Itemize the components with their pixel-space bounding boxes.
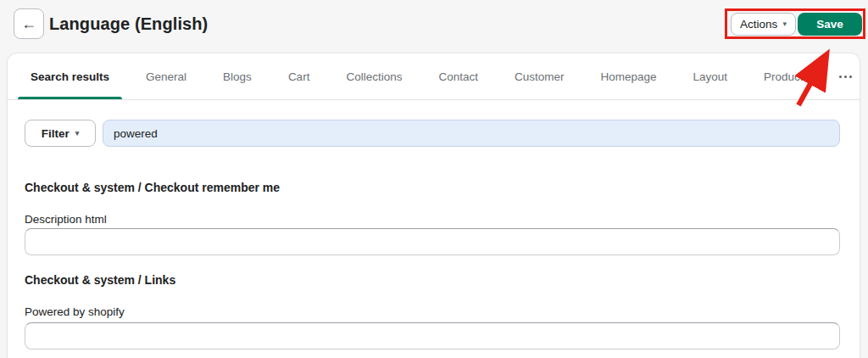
tab-overflow-button[interactable] bbox=[832, 70, 859, 83]
tab-layout[interactable]: Layout bbox=[681, 53, 741, 99]
section-heading-links: Checkout & system / Links bbox=[25, 273, 175, 287]
chevron-down-icon: ▾ bbox=[782, 20, 787, 28]
tab-general[interactable]: General bbox=[133, 53, 199, 99]
actions-button[interactable]: Actions ▾ bbox=[731, 13, 796, 36]
content-card: Search results General Blogs Cart Collec… bbox=[7, 53, 860, 358]
ellipsis-icon bbox=[839, 76, 852, 78]
page-title: Language (English) bbox=[49, 14, 208, 34]
save-button[interactable]: Save bbox=[798, 13, 862, 36]
field-label-description-html: Description html bbox=[25, 213, 107, 226]
powered-by-shopify-input[interactable] bbox=[25, 322, 840, 350]
arrow-left-icon: ← bbox=[21, 16, 36, 31]
tab-search-results[interactable]: Search results bbox=[18, 53, 122, 99]
tab-bar: Search results General Blogs Cart Collec… bbox=[8, 53, 860, 100]
section-heading-checkout-remember-me: Checkout & system / Checkout remember me bbox=[25, 181, 280, 194]
tab-products[interactable]: Products bbox=[751, 53, 821, 99]
filter-button[interactable]: Filter ▾ bbox=[25, 120, 96, 147]
chevron-down-icon: ▾ bbox=[75, 130, 80, 137]
back-button[interactable]: ← bbox=[14, 8, 44, 39]
description-html-input[interactable] bbox=[25, 228, 840, 255]
tab-customer[interactable]: Customer bbox=[502, 53, 577, 99]
filter-row: Filter ▾ bbox=[25, 120, 840, 147]
filter-button-label: Filter bbox=[42, 127, 70, 140]
actions-button-label: Actions bbox=[740, 18, 777, 31]
tab-contact[interactable]: Contact bbox=[426, 53, 491, 99]
tab-homepage[interactable]: Homepage bbox=[587, 53, 669, 99]
tab-collections[interactable]: Collections bbox=[333, 53, 415, 99]
field-label-powered-by-shopify: Powered by shopify bbox=[25, 305, 125, 318]
tab-cart[interactable]: Cart bbox=[275, 53, 323, 99]
tab-blogs[interactable]: Blogs bbox=[210, 53, 264, 99]
translation-search-input[interactable] bbox=[103, 120, 840, 147]
